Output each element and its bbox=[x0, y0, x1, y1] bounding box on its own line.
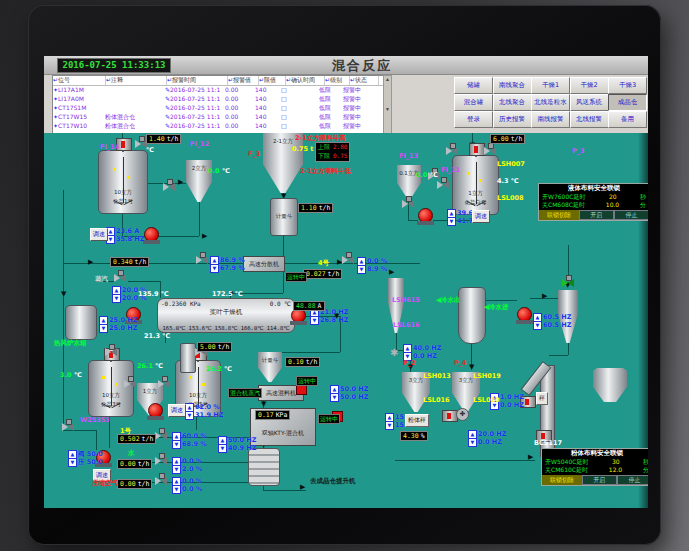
nav-button[interactable]: 储罐 bbox=[454, 77, 493, 94]
spinner-down-icon[interactable]: ▼ bbox=[533, 321, 542, 330]
reactor-tank: 1立方化盐白母 bbox=[452, 155, 499, 215]
spinner-down-icon[interactable]: ▼ bbox=[447, 217, 456, 226]
valve-icon[interactable] bbox=[342, 256, 354, 265]
valve-icon[interactable] bbox=[155, 432, 167, 441]
interlock-stop-button[interactable]: 停止 bbox=[617, 475, 648, 485]
spinner-down-icon[interactable]: ▼ bbox=[99, 324, 108, 333]
display-value: 0.340 bbox=[113, 258, 133, 266]
level-dot bbox=[115, 383, 118, 386]
valve-icon[interactable] bbox=[155, 457, 167, 466]
nav-button[interactable]: 混合罐 bbox=[454, 94, 493, 111]
spinner-down-icon[interactable]: ▼ bbox=[68, 458, 77, 467]
valve-icon[interactable] bbox=[158, 380, 170, 389]
alarm-column-header[interactable]: ↵报警值 bbox=[228, 76, 259, 85]
setpoint-value: 26.8 HZ bbox=[320, 316, 348, 324]
valve-handle bbox=[566, 275, 572, 281]
spinner-down-icon[interactable]: ▼ bbox=[468, 438, 477, 447]
spinner-down-icon[interactable]: ▼ bbox=[218, 444, 227, 453]
rotary-valve-icon[interactable]: ✱ bbox=[390, 348, 398, 358]
alarm-column-header[interactable]: ↵位号 bbox=[53, 76, 106, 85]
interlock-stop-button[interactable]: 停止 bbox=[614, 210, 648, 220]
spinner-down-icon[interactable]: ▼ bbox=[385, 421, 394, 430]
speed-button[interactable]: 调速 bbox=[168, 404, 186, 417]
display-value: 0.00 bbox=[120, 460, 136, 468]
nav-button[interactable]: 风送系统 bbox=[570, 94, 609, 111]
diagram-label: LSL008 bbox=[497, 194, 524, 202]
alarm-column-header[interactable]: ↵限值 bbox=[259, 76, 286, 85]
alarm-column-header[interactable]: ↵状态 bbox=[350, 76, 379, 85]
pump-icon[interactable] bbox=[148, 403, 163, 418]
alarm-cell-val: 0.00 bbox=[225, 104, 255, 113]
alarm-row[interactable]: ✦LI17A0M✎2016-07-25 11:10.00140□低限报警中 bbox=[53, 95, 383, 104]
valve-icon[interactable] bbox=[105, 348, 117, 357]
nav-button[interactable]: 南线聚合 bbox=[493, 77, 532, 94]
display-value: 4.30 bbox=[403, 432, 419, 440]
speed-button[interactable]: 调速 bbox=[472, 210, 490, 223]
alarm-row[interactable]: ✦LI17A1M✎2016-07-25 11:10.00140□低限报警中 bbox=[53, 86, 383, 95]
alarm-column-header[interactable]: ↵确认时间 bbox=[286, 76, 325, 85]
valve-icon[interactable] bbox=[114, 274, 126, 283]
alarm-cell-val: 0.00 bbox=[225, 86, 255, 95]
nav-button[interactable]: 干燥3 bbox=[608, 77, 647, 94]
pipe-line bbox=[568, 343, 569, 355]
panel-footer: 联锁切除开启停止 bbox=[539, 210, 648, 220]
pump-icon[interactable] bbox=[517, 307, 532, 322]
spinner-down-icon[interactable]: ▼ bbox=[210, 264, 219, 273]
spinner-down-icon[interactable]: ▼ bbox=[172, 440, 181, 449]
spinner-down-icon[interactable]: ▼ bbox=[357, 265, 366, 274]
alarm-row[interactable]: ✦CT17S1M✎2016-07-25 11:10.00140□低限报警中 bbox=[53, 104, 383, 113]
nav-button[interactable]: 北线造粒水 bbox=[531, 94, 570, 111]
valve-icon[interactable] bbox=[196, 256, 208, 265]
valve-handle bbox=[139, 136, 145, 142]
nav-button[interactable]: 北线聚合 bbox=[493, 94, 532, 111]
pump-icon[interactable] bbox=[144, 227, 159, 242]
nav-button[interactable]: 北线报警 bbox=[570, 111, 609, 128]
spinner-down-icon[interactable]: ▼ bbox=[310, 316, 319, 325]
spinner-down-icon[interactable]: ▼ bbox=[172, 465, 181, 474]
pipe-line bbox=[568, 245, 569, 279]
nav-button[interactable]: 南线报警 bbox=[531, 111, 570, 128]
valve-handle bbox=[167, 179, 173, 185]
valve-icon[interactable] bbox=[402, 200, 414, 209]
mixer-label: 高速混料机 bbox=[266, 389, 296, 396]
valve-icon[interactable] bbox=[163, 183, 175, 192]
valve-icon[interactable] bbox=[155, 477, 167, 486]
spinner-down-icon[interactable]: ▼ bbox=[172, 485, 181, 494]
diagram-label: FI_13 bbox=[399, 152, 418, 160]
nav-button[interactable]: 历史报警 bbox=[493, 111, 532, 128]
alarm-row[interactable]: ✦CT17W10粉体混合仓✎2016-07-25 11:10.00140□低限报… bbox=[53, 122, 383, 131]
pipe-line bbox=[96, 430, 97, 450]
valve-icon[interactable] bbox=[62, 423, 74, 432]
alarm-cell-note bbox=[105, 86, 165, 95]
nav-button[interactable]: 成品仓 bbox=[608, 94, 647, 111]
nav-button[interactable]: 干燥2 bbox=[570, 77, 609, 94]
display-unit: % bbox=[421, 432, 425, 440]
alarm-row[interactable]: ✦CT17W15粉体混合仓✎2016-07-25 11:10.00140□低限报… bbox=[53, 113, 383, 122]
alarm-scrollbar[interactable]: ▲▼ bbox=[383, 75, 392, 134]
spinner-down-icon[interactable]: ▼ bbox=[330, 393, 339, 402]
valve-icon[interactable] bbox=[484, 147, 496, 156]
motor-core bbox=[121, 141, 125, 148]
nav-button[interactable]: 干燥1 bbox=[531, 77, 570, 94]
alarm-column-header[interactable]: ↵注释 bbox=[106, 76, 167, 85]
fan-icon[interactable]: ✚ bbox=[456, 408, 469, 421]
pipe-line bbox=[283, 270, 284, 293]
spinner-down-icon[interactable]: ▼ bbox=[112, 294, 121, 303]
valve-icon[interactable] bbox=[437, 181, 449, 190]
speed-button[interactable]: 调速 bbox=[90, 228, 108, 241]
alarm-column-header[interactable]: ↵级别 bbox=[325, 76, 350, 85]
valve-icon[interactable] bbox=[124, 380, 136, 389]
valve-icon[interactable] bbox=[446, 147, 458, 156]
alarm-table[interactable]: ↵位号↵注释↵报警时间↵报警值↵限值↵确认时间↵级别↵状态✦LI17A1M✎20… bbox=[52, 75, 384, 134]
alarm-column-header[interactable]: ↵报警时间 bbox=[167, 76, 228, 85]
display-unit: t/h bbox=[511, 135, 523, 143]
spinner-down-icon[interactable]: ▼ bbox=[185, 411, 194, 420]
pump-icon[interactable] bbox=[418, 208, 433, 223]
nav-button[interactable]: 备用 bbox=[608, 111, 647, 128]
nav-button[interactable]: 登录 bbox=[454, 111, 493, 128]
interlock-start-button[interactable]: 开启 bbox=[579, 210, 614, 220]
diagram-label: 4号 bbox=[318, 259, 329, 268]
dryer-temp-right: 0.0 ℃ bbox=[270, 300, 291, 307]
interlock-start-button[interactable]: 开启 bbox=[582, 475, 617, 485]
open-valve-icon[interactable] bbox=[562, 279, 574, 288]
